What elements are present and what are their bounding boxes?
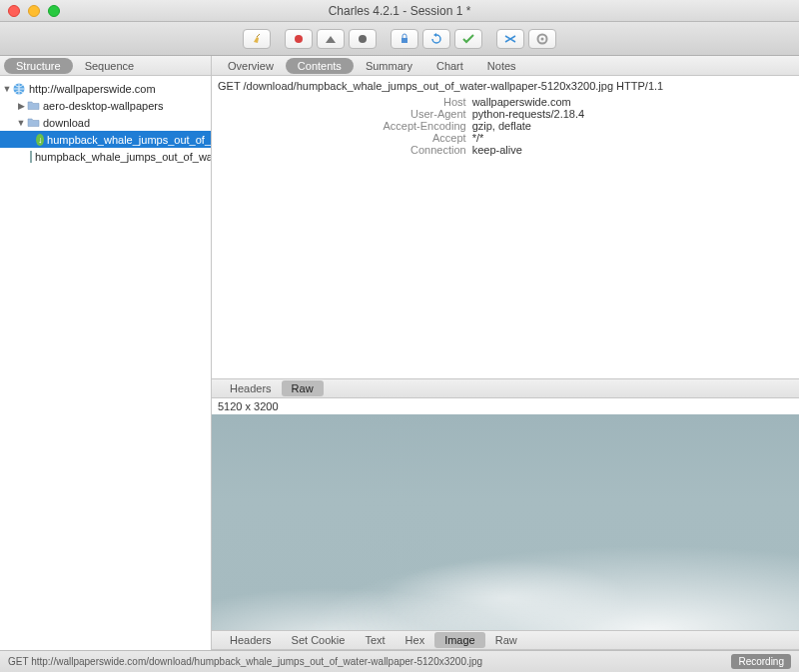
disclosure-icon[interactable]: ▶	[16, 101, 26, 111]
throttle-icon[interactable]	[317, 29, 345, 49]
svg-rect-3	[401, 38, 407, 43]
header-value: python-requests/2.18.4	[472, 108, 793, 120]
subtab-hex[interactable]: Hex	[396, 632, 435, 648]
check-icon[interactable]	[454, 29, 482, 49]
tree-item-selected[interactable]: ↓ humpback_whale_jumps_out_of_	[0, 131, 211, 148]
response-image-preview	[212, 414, 799, 631]
subtab-text[interactable]: Text	[355, 632, 395, 648]
disclosure-icon[interactable]: ▼	[16, 118, 26, 128]
broom-icon[interactable]	[243, 29, 271, 49]
svg-point-5	[541, 37, 544, 40]
request-line: GET /download/humpback_whale_jumps_out_o…	[212, 76, 799, 96]
ssl-icon[interactable]	[391, 29, 418, 49]
request-subtabs: Headers Raw	[212, 378, 799, 398]
tab-overview[interactable]: Overview	[216, 58, 286, 74]
tree-folder[interactable]: ▶ aero-desktop-wallpapers	[0, 97, 211, 114]
globe-icon	[12, 82, 26, 96]
subtab-setcookie[interactable]: Set Cookie	[282, 632, 356, 648]
request-body-area	[212, 162, 799, 378]
record-icon[interactable]	[285, 29, 313, 49]
sidebar-tabs: Structure Sequence	[0, 56, 211, 76]
tab-sequence[interactable]: Sequence	[73, 58, 147, 74]
svg-point-2	[359, 35, 367, 43]
request-headers: Hostwallpaperswide.com User-Agentpython-…	[212, 96, 799, 162]
response-subtabs: Headers Set Cookie Text Hex Image Raw	[212, 630, 799, 650]
header-key: Connection	[218, 144, 472, 156]
toolbar	[0, 22, 799, 56]
content-tabs: Overview Contents Summary Chart Notes	[212, 56, 799, 76]
structure-tree: ▼ http://wallpaperswide.com ▶ aero-deskt…	[0, 76, 211, 169]
minimize-window-button[interactable]	[28, 5, 40, 17]
subtab-headers[interactable]: Headers	[220, 380, 282, 396]
tree-item[interactable]: humpback_whale_jumps_out_of_wat	[0, 148, 211, 165]
folder-icon	[26, 99, 40, 113]
tree-label: http://wallpaperswide.com	[29, 83, 156, 95]
tab-contents[interactable]: Contents	[286, 58, 354, 74]
traffic-lights	[8, 5, 60, 17]
tree-folder[interactable]: ▼ download	[0, 114, 211, 131]
header-key: Accept	[218, 132, 472, 144]
tab-notes[interactable]: Notes	[475, 58, 528, 74]
disclosure-icon[interactable]: ▼	[2, 84, 12, 94]
svg-point-1	[295, 35, 303, 43]
tab-structure[interactable]: Structure	[4, 58, 73, 74]
status-bar: GET http://wallpaperswide.com/download/h…	[0, 650, 799, 672]
folder-icon	[26, 116, 40, 130]
header-value: wallpaperswide.com	[472, 96, 793, 108]
header-value: */*	[472, 132, 793, 144]
header-key: Host	[218, 96, 472, 108]
stop-icon[interactable]	[349, 29, 377, 49]
header-value: keep-alive	[472, 144, 793, 156]
status-text: GET http://wallpaperswide.com/download/h…	[8, 656, 482, 667]
tree-label: download	[43, 117, 90, 129]
subtab-headers[interactable]: Headers	[220, 632, 282, 648]
header-value: gzip, deflate	[472, 120, 793, 132]
subtab-raw[interactable]: Raw	[282, 380, 324, 396]
svg-line-0	[257, 34, 260, 37]
zoom-window-button[interactable]	[48, 5, 60, 17]
subtab-image[interactable]: Image	[434, 632, 485, 648]
tree-label: aero-desktop-wallpapers	[43, 100, 163, 112]
recording-badge: Recording	[731, 654, 791, 669]
close-window-button[interactable]	[8, 5, 20, 17]
tab-summary[interactable]: Summary	[354, 58, 424, 74]
tab-chart[interactable]: Chart	[424, 58, 475, 74]
image-dimensions: 5120 x 3200	[212, 398, 799, 414]
subtab-raw[interactable]: Raw	[485, 632, 527, 648]
document-icon	[30, 151, 32, 163]
settings-icon[interactable]	[528, 29, 556, 49]
header-key: User-Agent	[218, 108, 472, 120]
tree-host[interactable]: ▼ http://wallpaperswide.com	[0, 80, 211, 97]
content-pane: Overview Contents Summary Chart Notes GE…	[212, 56, 799, 650]
sidebar: Structure Sequence ▼ http://wallpaperswi…	[0, 56, 212, 650]
tools-icon[interactable]	[496, 29, 524, 49]
tree-label: humpback_whale_jumps_out_of_	[47, 134, 211, 146]
download-icon: ↓	[36, 134, 44, 146]
tree-label: humpback_whale_jumps_out_of_wat	[35, 151, 211, 163]
titlebar: Charles 4.2.1 - Session 1 *	[0, 0, 799, 22]
refresh-icon[interactable]	[422, 29, 450, 49]
window-title: Charles 4.2.1 - Session 1 *	[0, 4, 799, 18]
header-key: Accept-Encoding	[218, 120, 472, 132]
